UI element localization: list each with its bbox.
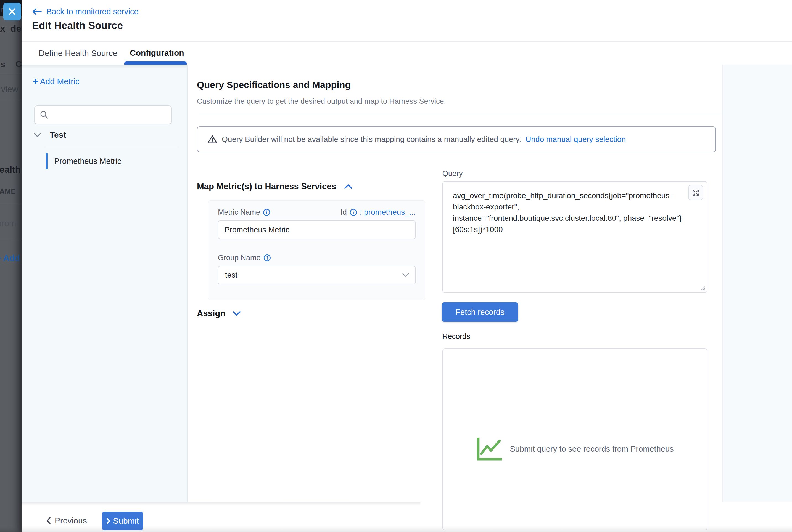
metric-group-toggle[interactable]: Test [34,130,66,140]
query-label: Query [442,169,463,178]
line-chart-icon [476,437,503,461]
records-label: Records [442,332,470,341]
id-label: Id [340,208,347,216]
add-metric-label: Add Metric [40,77,79,86]
submit-button-label: Submit [113,516,139,526]
chevron-up-icon [344,184,352,189]
background-heading-fragment: ealth S [0,165,21,175]
page-subtitle: Customize the query to get the desired o… [197,97,446,106]
info-icon[interactable] [263,254,271,262]
metric-mapping-card: Metric Name Id [208,200,425,300]
map-metrics-section-title: Map Metric(s) to Harness Services [197,182,336,191]
background-add-link-fragment: + Add [0,253,20,263]
info-icon[interactable] [350,209,357,216]
query-editor[interactable]: avg_over_time(probe_http_duration_second… [442,181,707,293]
info-icon[interactable] [263,209,270,216]
chevron-right-icon [106,518,110,524]
header-divider [21,41,792,42]
background-divider [0,100,21,100]
chevron-down-icon [34,133,41,137]
background-page-strip: n x_dev s C view ealth S AME orom + Add [0,0,21,532]
back-to-monitored-service-link[interactable]: Back to monitored service [32,5,139,18]
background-divider [0,205,21,205]
group-name-label: Group Name [218,253,261,262]
tab-configuration[interactable]: Configuration [130,48,184,58]
background-divider [0,73,21,73]
page-title: Query Specifications and Mapping [197,79,351,90]
search-icon [40,110,49,119]
metric-item-label: Prometheus Metric [54,152,121,170]
chevron-down-icon [402,273,409,277]
close-icon [8,7,16,16]
background-divider [0,240,21,240]
warning-text: Query Builder will not be available sinc… [222,135,521,144]
chevron-left-icon [47,517,51,525]
section-divider [197,114,722,114]
records-empty-text: Submit query to see records from Prometh… [510,444,674,454]
submit-button[interactable]: Submit [102,512,143,530]
background-cell-fragment: orom [0,218,16,228]
metric-search-box [34,106,172,124]
metric-group-label: Test [50,130,66,140]
metric-id-value-link[interactable]: : prometheus_... [360,208,416,216]
drawer-title: Edit Health Source [32,20,123,32]
expand-query-button[interactable] [688,185,703,200]
background-tab-fragment-a: s [1,60,5,70]
edit-health-source-drawer: Back to monitored service Edit Health So… [21,0,792,532]
assign-section-title: Assign [197,308,225,319]
sidebar-item-prometheus-metric[interactable]: Prometheus Metric [46,152,178,170]
previous-button[interactable]: Previous [43,512,90,529]
close-drawer-button[interactable] [3,3,21,20]
background-view-fragment: view [1,84,18,94]
metric-search-input[interactable] [35,106,171,124]
assign-section-toggle[interactable]: Assign [197,308,241,319]
expand-icon [692,189,699,196]
right-margin-band [722,64,792,502]
active-tab-underline [124,61,187,64]
group-name-select[interactable]: test [218,266,416,284]
edit-health-source-page: n x_dev s C view ealth S AME orom + Add [0,0,792,532]
background-title-fragment: x_dev [0,23,21,34]
records-panel: Submit query to see records from Prometh… [442,348,707,530]
background-tab-fragment-b: C [16,59,21,69]
resize-handle[interactable] [699,284,705,291]
metrics-sidebar: + Add Metric Test [21,64,188,502]
undo-manual-query-link[interactable]: Undo manual query selection [526,135,626,144]
map-metrics-section-toggle[interactable]: Map Metric(s) to Harness Services [197,182,352,191]
query-text[interactable]: avg_over_time(probe_http_duration_second… [453,190,698,235]
back-link-label: Back to monitored service [47,7,139,16]
plus-icon: + [33,76,39,87]
previous-button-label: Previous [55,516,87,525]
chevron-down-icon [233,311,241,316]
back-arrow-icon [32,8,42,15]
query-builder-warning-banner: Query Builder will not be available sinc… [197,126,716,152]
selected-indicator-bar [46,153,48,169]
records-empty-state: Submit query to see records from Prometh… [443,437,707,461]
group-divider [45,147,178,147]
footer-top-shadow [21,502,420,506]
group-name-selected-value: test [225,271,238,280]
metric-name-input[interactable] [218,221,416,239]
metric-name-label: Metric Name [218,208,260,216]
warning-icon [207,135,217,144]
fetch-records-button[interactable]: Fetch records [442,302,518,322]
tab-define-health-source[interactable]: Define Health Source [39,49,117,58]
add-metric-button[interactable]: + Add Metric [33,76,79,87]
background-column-header-fragment: AME [0,187,16,196]
